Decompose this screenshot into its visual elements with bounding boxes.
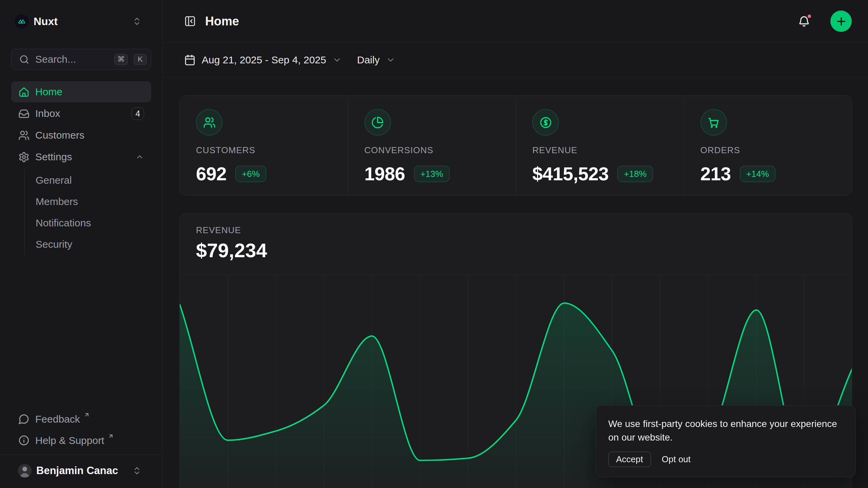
sidebar-item-security[interactable]: Security xyxy=(36,233,151,255)
user-name: Benjamin Canac xyxy=(36,465,127,477)
revenue-chart-value: $79,234 xyxy=(196,239,835,262)
avatar xyxy=(18,464,32,477)
users-icon xyxy=(196,109,222,136)
stat-delta-badge: +14% xyxy=(740,166,775,182)
search-placeholder: Search... xyxy=(35,54,108,65)
stats-grid: CUSTOMERS 692 +6% CONVERSIONS 1986 +13% xyxy=(179,95,852,196)
calendar-icon xyxy=(184,54,196,66)
info-circle-icon xyxy=(18,435,29,446)
chevrons-up-down-icon xyxy=(132,17,142,26)
sidebar-nav: Home Inbox 4 Customers xyxy=(11,81,151,255)
feedback-link[interactable]: Feedback xyxy=(11,408,151,430)
inbox-icon xyxy=(18,108,29,119)
plus-icon xyxy=(835,15,847,27)
feedback-label: Feedback xyxy=(35,413,80,425)
cart-icon xyxy=(701,109,727,136)
stat-card-customers[interactable]: CUSTOMERS 692 +6% xyxy=(180,96,348,196)
opt-out-button[interactable]: Opt out xyxy=(662,454,691,465)
help-support-label: Help & Support xyxy=(35,435,104,446)
stat-label: CONVERSIONS xyxy=(364,145,500,156)
sidebar-item-label: Customers xyxy=(35,129,84,141)
users-icon xyxy=(18,130,29,141)
sidebar-item-inbox[interactable]: Inbox 4 xyxy=(11,103,151,124)
pie-chart-icon xyxy=(364,109,391,136)
external-link-icon xyxy=(108,433,114,439)
stat-label: ORDERS xyxy=(701,145,836,156)
dollar-circle-icon xyxy=(532,109,559,136)
sidebar-item-members[interactable]: Members xyxy=(36,191,151,212)
sidebar-item-general[interactable]: General xyxy=(36,169,151,191)
stat-value: 213 xyxy=(701,163,731,185)
cookie-message: We use first-party cookies to enhance yo… xyxy=(608,417,843,444)
sidebar-item-label: Home xyxy=(35,86,62,98)
add-button[interactable] xyxy=(830,11,852,32)
sidebar: Nuxt Search... ⌘ K Home xyxy=(0,0,163,488)
user-menu[interactable]: Benjamin Canac xyxy=(11,460,151,482)
search-icon xyxy=(19,54,29,65)
date-range-picker[interactable]: Aug 21, 2025 - Sep 4, 2025 xyxy=(184,54,342,66)
house-icon xyxy=(18,86,29,98)
chevron-down-icon xyxy=(332,55,342,65)
granularity-select[interactable]: Daily xyxy=(357,54,395,66)
chevron-up-icon xyxy=(135,152,144,161)
granularity-value: Daily xyxy=(357,54,380,66)
workspace-switcher[interactable]: Nuxt xyxy=(11,14,151,28)
collapse-sidebar-button[interactable] xyxy=(184,15,196,27)
chevron-down-icon xyxy=(386,55,395,65)
sidebar-item-label: Settings xyxy=(35,151,72,163)
notifications-button[interactable] xyxy=(797,15,811,28)
external-link-icon xyxy=(84,412,90,418)
sidebar-footer: Feedback Help & Support xyxy=(11,408,151,454)
cookie-banner: We use first-party cookies to enhance yo… xyxy=(596,405,856,477)
stat-delta-badge: +13% xyxy=(414,166,450,182)
stat-card-revenue[interactable]: REVENUE $415,523 +18% xyxy=(516,96,684,196)
sidebar-item-label: Inbox xyxy=(35,108,60,119)
stat-delta-badge: +18% xyxy=(617,166,653,182)
stat-value: $415,523 xyxy=(532,163,609,185)
date-range-value: Aug 21, 2025 - Sep 4, 2025 xyxy=(202,54,326,66)
search-input[interactable]: Search... ⌘ K xyxy=(11,49,151,70)
nuxt-logo-icon xyxy=(15,14,29,28)
kbd-cmd: ⌘ xyxy=(114,54,128,65)
settings-submenu: General Members Notifications Security xyxy=(24,169,151,255)
workspace-name: Nuxt xyxy=(34,15,127,28)
stat-value: 1986 xyxy=(364,163,405,185)
revenue-chart-label: REVENUE xyxy=(196,225,835,236)
accept-button[interactable]: Accept xyxy=(608,452,651,467)
stat-card-orders[interactable]: ORDERS 213 +14% xyxy=(684,96,852,196)
notification-dot xyxy=(807,14,812,19)
kbd-k: K xyxy=(134,54,147,65)
stat-label: REVENUE xyxy=(532,145,668,156)
inbox-count-badge: 4 xyxy=(132,107,144,120)
page-title: Home xyxy=(205,14,788,28)
stat-card-conversions[interactable]: CONVERSIONS 1986 +13% xyxy=(348,96,516,196)
page-header: Home xyxy=(163,0,868,43)
sidebar-item-settings[interactable]: Settings xyxy=(11,146,151,167)
sidebar-item-home[interactable]: Home xyxy=(11,81,151,102)
chevrons-up-down-icon xyxy=(132,466,142,475)
stat-delta-badge: +6% xyxy=(235,166,266,182)
sidebar-item-customers[interactable]: Customers xyxy=(11,125,151,146)
stat-label: CUSTOMERS xyxy=(196,145,332,156)
stat-value: 692 xyxy=(196,163,226,185)
sidebar-item-notifications[interactable]: Notifications xyxy=(36,212,151,233)
help-support-link[interactable]: Help & Support xyxy=(11,430,151,451)
filters-toolbar: Aug 21, 2025 - Sep 4, 2025 Daily xyxy=(163,43,868,77)
message-bubble-icon xyxy=(18,413,29,425)
gear-icon xyxy=(18,151,29,163)
